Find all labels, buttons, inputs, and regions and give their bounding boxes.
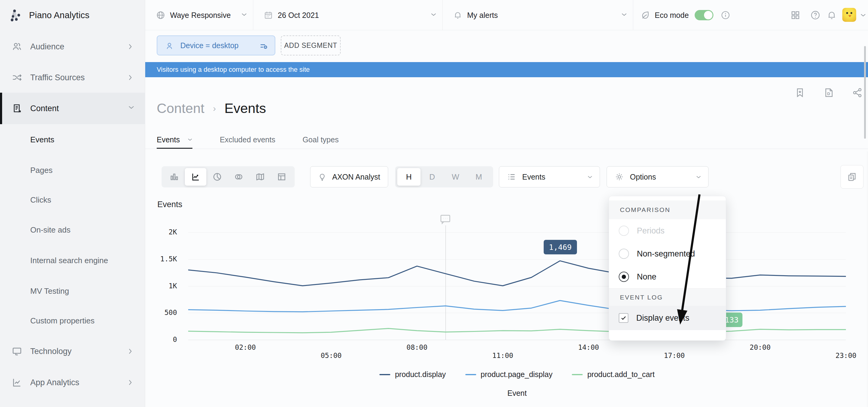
- options-item-periods[interactable]: Periods: [609, 219, 726, 242]
- chevron-down-icon: [242, 13, 247, 16]
- y-axis-tick: 1.5K: [142, 255, 177, 263]
- help-icon[interactable]: [810, 10, 820, 20]
- tab-label: Goal types: [303, 135, 339, 144]
- panel-edge-divider: [867, 151, 867, 407]
- chevron-down-icon: [696, 175, 701, 179]
- sidebar-item-traffic-sources[interactable]: Traffic Sources: [0, 62, 145, 93]
- chart-type-venn-icon[interactable]: [228, 168, 249, 186]
- options-section-header: COMPARISON: [609, 201, 726, 219]
- chart-series-canvas: [188, 224, 846, 340]
- radio-checked-icon: [619, 272, 629, 282]
- x-axis-tick: 05:00: [310, 352, 352, 359]
- x-axis-title: Event: [188, 389, 846, 398]
- segment-description-banner: Visitors using a desktop computer to acc…: [145, 62, 868, 77]
- checkbox-checked-icon: [619, 313, 628, 323]
- apps-grid-icon[interactable]: [790, 10, 801, 20]
- sidebar-item-custom-properties[interactable]: Custom properties: [0, 306, 145, 336]
- notifications-bell-icon[interactable]: [827, 10, 837, 20]
- technology-icon: [11, 346, 22, 357]
- bookmark-icon[interactable]: [795, 87, 805, 98]
- granularity-label: W: [452, 172, 459, 182]
- sidebar-item-label: MV Testing: [30, 287, 69, 296]
- date-selector[interactable]: 26 Oct 2021: [253, 0, 442, 30]
- sidebar-item-mv-testing[interactable]: MV Testing: [0, 276, 145, 306]
- chevron-right-icon: [128, 348, 134, 354]
- leaf-icon: [640, 10, 649, 19]
- share-icon[interactable]: [852, 87, 863, 98]
- sidebar-item-technology[interactable]: Technology: [0, 336, 145, 367]
- chevron-down-icon: [128, 106, 134, 111]
- sidebar-item-pages[interactable]: Pages: [0, 155, 145, 185]
- options-item-none[interactable]: None: [609, 265, 726, 288]
- axon-analyst-button[interactable]: AXON Analyst: [310, 166, 388, 187]
- legend-item-product-display[interactable]: product.display: [379, 370, 446, 379]
- comment-bubble-icon[interactable]: [439, 214, 452, 225]
- bell-icon: [453, 10, 462, 20]
- granularity-w-button[interactable]: W: [444, 168, 467, 186]
- chart-type-map-icon[interactable]: [249, 168, 271, 186]
- export-document-icon[interactable]: D: [824, 87, 834, 98]
- chevron-right-icon: [128, 75, 134, 81]
- info-icon[interactable]: [721, 10, 730, 19]
- sidebar-item-label: Events: [30, 135, 55, 144]
- piano-analytics-logo-icon: [8, 7, 24, 23]
- x-axis-tick: 23:00: [825, 352, 867, 359]
- x-axis-tick: 14:00: [567, 343, 610, 351]
- chevron-down-icon: [621, 13, 627, 16]
- sidebar-item-content[interactable]: Content: [0, 93, 145, 124]
- options-menu-scrollbar[interactable]: [864, 46, 866, 139]
- chevron-right-icon: [128, 43, 134, 50]
- granularity-label: D: [429, 172, 435, 182]
- breadcrumb-parent[interactable]: Content: [157, 100, 205, 116]
- tab-label: Excluded events: [220, 135, 275, 144]
- user-avatar[interactable]: [842, 8, 856, 22]
- legend-label: product.page_display: [481, 370, 553, 379]
- options-menu: COMPARISONPeriodsNon-segmentedNoneEVENT …: [609, 196, 726, 341]
- legend-item-product-add-to-cart[interactable]: product.add_to_cart: [572, 370, 654, 379]
- segment-chip[interactable]: Device = desktop: [157, 35, 275, 55]
- sidebar-item-label: Clicks: [30, 195, 51, 205]
- chart-type-line-icon[interactable]: [185, 168, 206, 186]
- appanalytics-icon: [11, 377, 22, 388]
- options-item-non-segmented[interactable]: Non-segmented: [609, 242, 726, 265]
- lightbulb-icon: [318, 172, 327, 181]
- sidebar-item-label: Content: [30, 104, 59, 113]
- tab-excluded-events[interactable]: Excluded events: [220, 130, 275, 149]
- sidebar-item-app-analytics[interactable]: App Analytics: [0, 367, 145, 398]
- chart-type-pie-icon[interactable]: [206, 168, 228, 186]
- sidebar-item-clicks[interactable]: Clicks: [0, 185, 145, 215]
- account-chevron-down-icon[interactable]: [861, 13, 866, 17]
- alerts-selector[interactable]: My alerts: [442, 0, 633, 30]
- tab-events[interactable]: Events: [157, 130, 192, 149]
- y-axis-tick: 0: [142, 336, 177, 343]
- chevron-down-icon: [188, 138, 192, 141]
- granularity-m-button[interactable]: M: [467, 168, 490, 186]
- sidebar-item-events[interactable]: Events: [0, 124, 145, 155]
- chart-type-bar-icon[interactable]: [163, 168, 185, 186]
- options-dropdown[interactable]: Options: [607, 166, 709, 187]
- sidebar-item-label: On-site ads: [30, 225, 70, 235]
- series-line-product-add-to-cart: [188, 328, 846, 333]
- metric-dropdown[interactable]: Events: [499, 166, 600, 187]
- y-axis-tick: 500: [142, 309, 177, 316]
- granularity-h-button[interactable]: H: [397, 168, 421, 186]
- granularity-d-button[interactable]: D: [421, 168, 444, 186]
- duplicate-view-button[interactable]: [840, 165, 864, 188]
- options-item-display-events[interactable]: Display events: [609, 306, 726, 330]
- segment-settings-icon[interactable]: [259, 41, 269, 51]
- eco-mode-toggle[interactable]: [695, 10, 713, 20]
- eco-mode-label: Eco mode: [655, 0, 689, 30]
- chart-legend: product.displayproduct.page_displayprodu…: [188, 370, 846, 379]
- legend-label: product.add_to_cart: [587, 370, 654, 379]
- sidebar-item-on-site-ads[interactable]: On-site ads: [0, 215, 145, 245]
- sidebar-item-audience[interactable]: Audience: [0, 31, 145, 62]
- legend-item-product-page-display[interactable]: product.page_display: [465, 370, 553, 379]
- sidebar-item-internal-search-engine[interactable]: Internal search engine: [0, 245, 145, 275]
- chart-type-table-icon[interactable]: [271, 168, 292, 186]
- site-selector[interactable]: Waye Responsive: [145, 0, 253, 30]
- options-item-label: None: [637, 272, 656, 282]
- tab-goal-types[interactable]: Goal types: [303, 130, 339, 149]
- add-segment-button[interactable]: ADD SEGMENT: [281, 35, 341, 55]
- traffic-icon: [11, 72, 22, 83]
- sidebar-item-label: App Analytics: [30, 378, 79, 387]
